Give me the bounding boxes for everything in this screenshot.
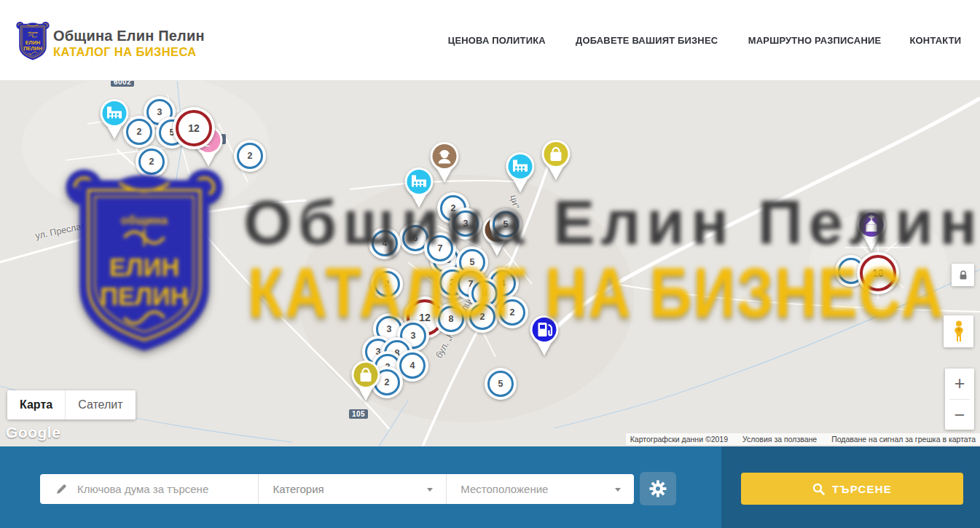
cluster-count: 8: [438, 306, 464, 332]
map-type-satellite-button[interactable]: Сателит: [66, 390, 135, 419]
site-title: Община Елин Пелин: [53, 28, 205, 44]
map-cluster-marker[interactable]: 10: [857, 252, 899, 294]
search-fields: Ключова дума за търсене Категория Местоп…: [40, 474, 634, 504]
search-button[interactable]: ТЪРСЕНЕ: [741, 473, 963, 505]
svg-text:ЕЛИН: ЕЛИН: [26, 39, 40, 46]
chevron-down-icon: [615, 488, 621, 492]
road-badge: 105: [349, 409, 368, 419]
map-pin-factory[interactable]: [504, 151, 536, 197]
site-subtitle: КАТАЛОГ НА БИЗНЕСА: [53, 45, 197, 59]
zoom-control: + −: [945, 369, 974, 430]
location-select[interactable]: Местоположение: [446, 474, 634, 504]
nav-item-2[interactable]: МАРШРУТНО РАЗПИСАНИЕ: [748, 35, 881, 46]
cluster-count: 7: [427, 235, 453, 261]
cluster-count: 2: [237, 143, 263, 169]
map-pin-fuel[interactable]: [528, 315, 560, 360]
keyword-placeholder: Ключова дума за търсене: [77, 483, 208, 495]
svg-text:община: община: [28, 31, 38, 34]
cluster-count: 3: [452, 210, 479, 237]
municipality-crest-logo[interactable]: община ЕЛИН ПЕЛИН: [15, 17, 51, 63]
cluster-count: 2: [469, 304, 495, 330]
search-bar: Ключова дума за търсене Категория Местоп…: [0, 446, 980, 528]
map-cluster-marker[interactable]: 2: [371, 268, 403, 300]
svg-text:ПЕЛИН: ПЕЛИН: [23, 45, 42, 52]
cluster-count: 2: [138, 149, 165, 175]
map-pin-bag[interactable]: [350, 360, 382, 405]
gear-icon: [649, 480, 667, 497]
map-cluster-marker[interactable]: 2: [234, 140, 266, 172]
cluster-count: 5: [493, 211, 519, 237]
cluster-count: 2: [499, 299, 525, 326]
map-cluster-marker[interactable]: 2: [136, 146, 168, 178]
map-cluster-marker[interactable]: 5: [490, 208, 522, 240]
main-nav: ЦЕНОВА ПОЛИТИКАДОБАВЕТЕ ВАШИЯТ БИЗНЕСМАР…: [446, 0, 963, 80]
nav-item-1[interactable]: ДОБАВЕТЕ ВАШИЯТ БИЗНЕС: [576, 35, 718, 46]
map-pin-factory[interactable]: [403, 167, 435, 212]
attribution-link-2[interactable]: Подаване на сигнал за грешка в картата: [831, 435, 976, 444]
map-cluster-marker[interactable]: 2: [496, 296, 528, 328]
nav-item-0[interactable]: ЦЕНОВА ПОЛИТИКА: [448, 35, 546, 46]
google-logo[interactable]: Google: [6, 424, 60, 441]
cluster-count: 4: [399, 352, 426, 379]
cluster-count: 12: [176, 110, 212, 146]
pencil-icon: [55, 483, 68, 495]
map-pin-church[interactable]: [855, 210, 887, 255]
map-type-control: Карта Сателит: [7, 390, 136, 419]
map-cluster-marker[interactable]: 12: [173, 107, 215, 149]
attribution-link-1[interactable]: Условия за ползване: [742, 435, 817, 444]
road-badge: 6002: [111, 80, 134, 87]
map-cluster-marker[interactable]: 3: [450, 208, 482, 240]
search-button-label: ТЪРСЕНЕ: [832, 483, 892, 495]
cluster-count: 4: [372, 230, 398, 256]
map-type-map-button[interactable]: Карта: [7, 390, 66, 419]
zoom-out-button[interactable]: −: [945, 400, 974, 430]
category-label: Категория: [273, 483, 324, 495]
header: община ЕЛИН ПЕЛИН Община Елин Пелин КАТА…: [0, 0, 980, 81]
category-select[interactable]: Категория: [258, 474, 447, 504]
map-cluster-marker[interactable]: 5: [485, 368, 517, 400]
map-cluster-marker[interactable]: 8: [435, 303, 467, 335]
location-label: Местоположение: [460, 483, 548, 495]
search-icon: [812, 483, 825, 495]
map-pin-bag[interactable]: [540, 139, 572, 184]
nav-item-3[interactable]: КОНТАКТИ: [910, 35, 962, 46]
cluster-count: 5: [487, 371, 514, 397]
map-cluster-marker[interactable]: 7: [424, 232, 456, 264]
pegman-icon[interactable]: [944, 315, 973, 347]
attribution-text: Картографски данни ©2019: [630, 435, 728, 444]
zoom-in-button[interactable]: +: [945, 369, 974, 399]
map-cluster-marker[interactable]: 2: [466, 301, 498, 333]
advanced-settings-button[interactable]: [640, 472, 676, 505]
map-canvas[interactable]: 232512213235647522748128223338342510 600…: [0, 80, 980, 446]
cluster-count: 10: [860, 255, 896, 291]
map-pin-factory[interactable]: [98, 98, 130, 143]
cluster-count: 2: [374, 271, 400, 297]
map-cluster-marker[interactable]: 4: [369, 227, 401, 259]
chevron-down-icon: [427, 488, 433, 492]
map-attribution: Картографски данни ©2019Условия за ползв…: [626, 433, 980, 445]
lock-icon[interactable]: [952, 264, 974, 286]
keyword-field[interactable]: Ключова дума за търсене: [40, 474, 258, 504]
